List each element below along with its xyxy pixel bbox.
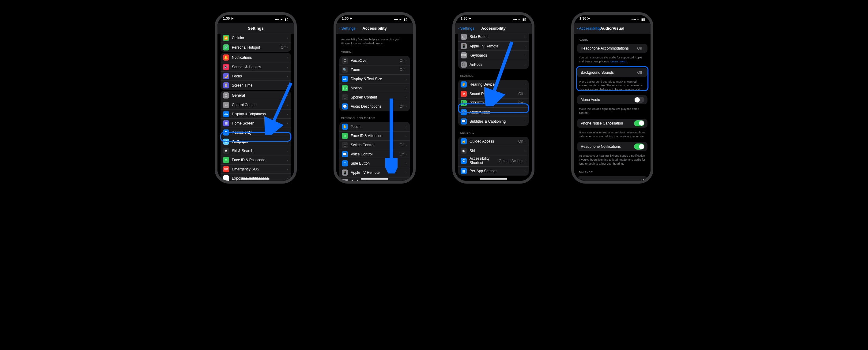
- signal-icon: ▪▪▪▪: [513, 18, 517, 21]
- clock: 1:30: [461, 16, 467, 20]
- moon-icon: 🌙: [223, 73, 229, 79]
- row-display[interactable]: AADisplay & Brightness›: [220, 109, 291, 118]
- chevron-icon: ›: [524, 92, 526, 96]
- chevron-icon: ›: [405, 96, 407, 99]
- content[interactable]: ▢Side Button› 📱Apple TV Remote› ⌨Keyboar…: [455, 34, 532, 181]
- row-guidedaccess[interactable]: 🔒Guided AccessOn›: [458, 137, 529, 146]
- row-subtitles[interactable]: 💬Subtitles & Captioning›: [458, 116, 529, 126]
- row-sos[interactable]: SOSEmergency SOS›: [220, 164, 291, 173]
- row-label: Motion: [351, 86, 405, 90]
- row-sounds[interactable]: 🔊Sounds & Haptics›: [220, 62, 291, 71]
- row-spoken[interactable]: ▭Spoken Content›: [339, 93, 410, 102]
- hourglass-icon: ⏳: [223, 82, 229, 89]
- content[interactable]: Accessibility features help you customiz…: [336, 34, 413, 181]
- headnotif-toggle[interactable]: [634, 143, 644, 150]
- home-indicator[interactable]: [242, 178, 270, 180]
- wifi-icon: ᯤ: [637, 18, 640, 21]
- learn-more-link[interactable]: Learn more…: [611, 60, 628, 63]
- navbar: ‹ Settings Accessibility: [336, 23, 413, 34]
- row-headphone-accom[interactable]: Headphone AccommodationsOn›: [577, 44, 648, 53]
- row-bg-sounds[interactable]: Background SoundsOff›: [577, 68, 648, 77]
- row-faceid[interactable]: ☺Face ID & Passcode›: [220, 155, 291, 164]
- row-audiodesc[interactable]: 💬Audio DescriptionsOff›: [339, 102, 410, 111]
- clock: 1:30: [223, 16, 230, 20]
- row-hotspot[interactable]: 🔗Personal HotspotOff›: [220, 42, 291, 52]
- chevron-icon: ›: [287, 177, 288, 180]
- back-button[interactable]: ‹ Settings: [458, 26, 474, 31]
- home-indicator[interactable]: [361, 178, 389, 180]
- row-tvremote[interactable]: 📱Apple TV Remote›: [339, 168, 410, 177]
- content[interactable]: 📶Cellular› 🔗Personal HotspotOff› 🔔Notifi…: [217, 34, 294, 181]
- noise-toggle[interactable]: [634, 120, 644, 126]
- clock: 1:30: [342, 16, 348, 20]
- back-button[interactable]: ‹ Settings: [339, 26, 355, 31]
- row-soundrec[interactable]: 🎙Sound RecognitionOff›: [458, 89, 529, 98]
- row-sidebutton[interactable]: ▢Side Button›: [339, 159, 410, 168]
- chevron-icon: ›: [524, 140, 526, 143]
- row-switch[interactable]: ⊞Switch ControlOff›: [339, 140, 410, 150]
- row-focus[interactable]: 🌙Focus›: [220, 71, 291, 80]
- hotspot-icon: 🔗: [223, 44, 229, 50]
- row-headnotif[interactable]: Headphone Notifications: [577, 142, 648, 151]
- row-voicecontrol[interactable]: 💬Voice ControlOff›: [339, 150, 410, 159]
- row-exposure[interactable]: ⋮⋮Exposure Notifications›: [220, 173, 291, 181]
- row-airpods[interactable]: 🎧AirPods›: [458, 60, 529, 69]
- section-header-vision: VISION: [336, 46, 413, 55]
- row-audiovisual[interactable]: 🔊Audio/Visual›: [458, 107, 529, 116]
- location-icon: ➤: [468, 16, 471, 20]
- row-general[interactable]: ⚙General›: [220, 91, 291, 100]
- row-faceid-attention[interactable]: ☺Face ID & Attention›: [339, 131, 410, 140]
- exposure-icon: ⋮⋮: [223, 175, 229, 181]
- keyboard-icon: ⌨: [342, 179, 348, 181]
- soundrec-icon: 🎙: [461, 91, 467, 97]
- chevron-icon: ›: [405, 134, 407, 138]
- row-touch[interactable]: ✋Touch›: [339, 122, 410, 131]
- row-voiceover[interactable]: ◻VoiceOverOff›: [339, 56, 410, 65]
- row-value: Off: [519, 101, 523, 105]
- row-cellular[interactable]: 📶Cellular›: [220, 34, 291, 42]
- row-rtt[interactable]: 📞RTT/TTYOff›: [458, 98, 529, 107]
- chevron-icon: ›: [524, 110, 526, 114]
- balance-left: L: [581, 178, 583, 181]
- flower-icon: ❀: [223, 139, 229, 145]
- chevron-icon: ›: [287, 74, 288, 78]
- row-value: On: [637, 46, 642, 50]
- row-notifications[interactable]: 🔔Notifications›: [220, 53, 291, 62]
- back-button[interactable]: ‹ Accessibility: [577, 26, 600, 31]
- row-siri[interactable]: ◉Siri & Search›: [220, 146, 291, 155]
- chevron-icon: ›: [405, 125, 407, 129]
- content[interactable]: AUDIO Headphone AccommodationsOn› You ca…: [574, 34, 651, 181]
- tvremote-icon: 📱: [461, 43, 467, 49]
- row-wallpaper[interactable]: ❀Wallpaper›: [220, 137, 291, 146]
- chevron-icon: ›: [287, 94, 288, 97]
- battery-icon: ▮▯: [641, 18, 645, 21]
- chevron-icon: ›: [524, 44, 526, 48]
- row-label: Headphone Notifications: [581, 144, 634, 149]
- row-noise[interactable]: Phone Noise Cancellation: [577, 119, 648, 128]
- row-siri[interactable]: ◉Siri›: [458, 146, 529, 155]
- row-mono[interactable]: Mono Audio: [577, 95, 648, 104]
- row-shortcut[interactable]: ✪Accessibility ShortcutGuided Access›: [458, 155, 529, 167]
- page-title: Settings: [248, 26, 264, 31]
- home-indicator[interactable]: [479, 178, 507, 180]
- row-hearing[interactable]: 👂Hearing Devices›: [458, 80, 529, 89]
- mono-toggle[interactable]: [634, 97, 644, 103]
- row-controlcenter[interactable]: ⊟Control Center›: [220, 100, 291, 109]
- row-tvremote[interactable]: 📱Apple TV Remote›: [458, 41, 529, 50]
- wifi-icon: ᯤ: [281, 18, 284, 21]
- row-sidebutton[interactable]: ▢Side Button›: [458, 34, 529, 41]
- row-motion[interactable]: ◯Motion›: [339, 83, 410, 93]
- phone-accessibility-bottom: 1:30 ➤ ▪▪▪▪ᯤ▮▯ ‹ Settings Accessibility …: [453, 12, 534, 183]
- row-zoom[interactable]: 🔍ZoomOff›: [339, 65, 410, 74]
- row-keyboards[interactable]: ⌨Keyboards›: [458, 50, 529, 60]
- row-label: Personal Hotspot: [232, 45, 281, 49]
- row-textsize[interactable]: AADisplay & Text Size›: [339, 74, 410, 83]
- row-homescreen[interactable]: ▦Home Screen›: [220, 118, 291, 128]
- row-label: VoiceOver: [351, 59, 400, 63]
- row-accessibility[interactable]: ✪Accessibility›: [220, 128, 291, 137]
- row-label: Sounds & Haptics: [232, 65, 287, 69]
- siri-icon: ◉: [223, 148, 229, 154]
- row-screentime[interactable]: ⏳Screen Time›: [220, 80, 291, 90]
- row-perapp[interactable]: ▦Per-App Settings›: [458, 167, 529, 176]
- chevron-icon: ›: [287, 167, 288, 171]
